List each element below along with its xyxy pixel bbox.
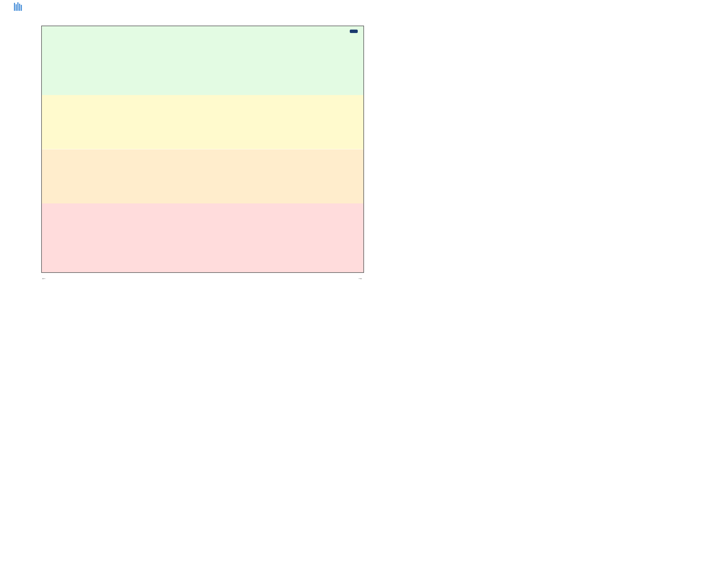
y-axis-title bbox=[0, 26, 5, 273]
svg-rect-4 bbox=[21, 5, 22, 11]
header bbox=[0, 0, 364, 16]
podcasts-label bbox=[350, 30, 358, 33]
band-red bbox=[42, 203, 363, 272]
left-axis bbox=[0, 26, 41, 273]
svg-rect-0 bbox=[14, 3, 15, 11]
svg-rect-1 bbox=[16, 4, 17, 11]
logo-area bbox=[3, 1, 34, 12]
chart-area bbox=[41, 26, 364, 273]
chart-container: ← → bbox=[0, 0, 364, 288]
logo-icon bbox=[13, 1, 24, 11]
arrow-right-icon: → bbox=[358, 276, 363, 282]
band-yellow bbox=[42, 95, 363, 149]
bottom-axis: ← → bbox=[0, 273, 364, 288]
svg-rect-2 bbox=[17, 2, 19, 11]
col-headers bbox=[41, 16, 364, 26]
band-orange bbox=[42, 149, 363, 203]
arrow-left-icon: ← bbox=[41, 276, 46, 282]
band-green bbox=[42, 26, 363, 95]
svg-rect-3 bbox=[19, 4, 20, 11]
